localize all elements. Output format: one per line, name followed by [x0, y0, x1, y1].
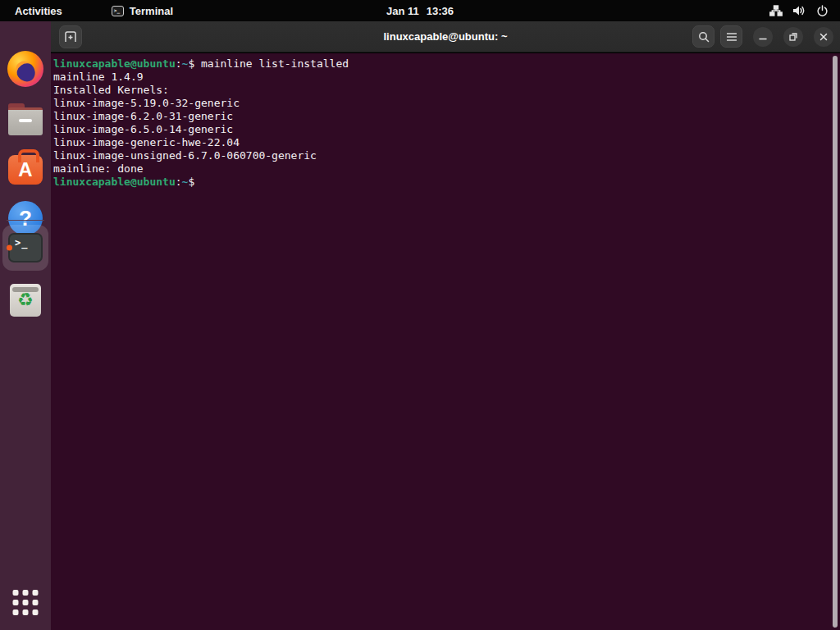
power-icon [816, 5, 829, 17]
terminal-headerbar[interactable]: linuxcapable@ubuntu: ~ [51, 21, 840, 52]
app-menu-label: Terminal [130, 5, 173, 17]
restore-button[interactable] [783, 27, 803, 47]
dock-item-files[interactable] [6, 102, 45, 141]
terminal-line: linux-image-5.19.0-32-generic [53, 97, 840, 110]
terminal-app-icon: >_ [112, 6, 124, 16]
terminal-line: linuxcapable@ubuntu:~$ mainline list-ins… [53, 57, 840, 71]
terminal-line: Installed Kernels: [53, 84, 840, 97]
terminal-content[interactable]: linuxcapable@ubuntu:~$ mainline list-ins… [51, 53, 840, 630]
dock-item-trash[interactable]: ♻ [6, 281, 45, 320]
network-icon [769, 5, 783, 16]
terminal-line: linux-image-generic-hwe-22.04 [53, 136, 840, 149]
desktop: Activities >_ Terminal Jan 11 13:36 [0, 0, 840, 630]
dock-item-terminal[interactable]: >_ [6, 228, 45, 267]
terminal-window: linuxcapable@ubuntu: ~ l [51, 21, 840, 630]
activities-button[interactable]: Activities [0, 0, 77, 21]
ubuntu-software-icon: A [8, 155, 43, 185]
terminal-line: mainline: done [53, 162, 840, 176]
search-button[interactable] [692, 25, 714, 48]
minimize-button[interactable] [753, 27, 773, 47]
terminal-line: linuxcapable@ubuntu:~$ [53, 176, 840, 189]
close-button[interactable] [814, 27, 833, 47]
dock-item-ubuntu-software[interactable]: A [6, 148, 45, 187]
show-applications-button[interactable] [13, 590, 39, 615]
terminal-line: linux-image-6.5.0-14-generic [53, 123, 840, 136]
system-status-area[interactable] [769, 0, 840, 21]
scrollbar-thumb[interactable] [833, 56, 838, 628]
app-menu-button[interactable]: >_ Terminal [112, 0, 173, 21]
clock-date: Jan 11 [386, 5, 419, 17]
top-bar: Activities >_ Terminal Jan 11 13:36 [0, 0, 840, 21]
firefox-icon [7, 51, 43, 87]
terminal-line: linux-image-unsigned-6.7.0-060700-generi… [53, 149, 840, 162]
running-indicator [7, 245, 12, 251]
new-tab-button[interactable] [59, 25, 82, 48]
terminal-icon: >_ [8, 233, 43, 262]
trash-icon: ♻ [10, 284, 41, 317]
dock-item-firefox[interactable] [6, 49, 45, 89]
volume-icon [792, 5, 806, 16]
terminal-line: mainline 1.4.9 [53, 71, 840, 84]
clock-time: 13:36 [427, 5, 454, 17]
terminal-line: linux-image-6.2.0-31-generic [53, 110, 840, 123]
files-icon [8, 107, 43, 135]
dock: A ? >_ ♻ [0, 21, 51, 630]
terminal-output: linuxcapable@ubuntu:~$ mainline list-ins… [53, 57, 840, 189]
dock-separator [7, 220, 44, 221]
window-title: linuxcapable@ubuntu: ~ [384, 30, 508, 43]
clock-button[interactable]: Jan 11 13:36 [386, 0, 454, 21]
hamburger-menu-button[interactable] [720, 25, 742, 48]
